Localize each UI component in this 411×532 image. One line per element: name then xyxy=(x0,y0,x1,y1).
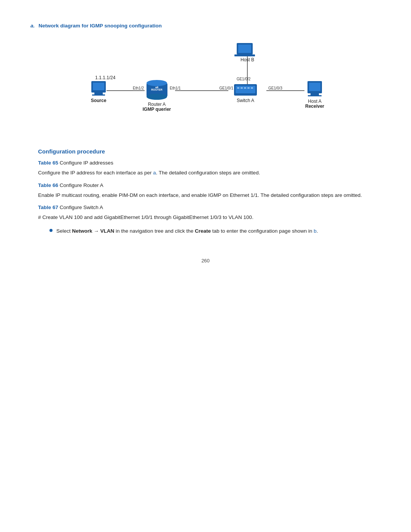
table65-body2-text: . The detailed configuration steps are o… xyxy=(156,170,260,176)
table66-line: Table 66 Configure Router A xyxy=(38,182,381,188)
bullet-create: Create xyxy=(195,228,211,234)
config-title: Configuration procedure xyxy=(38,148,381,155)
svg-text:⇄: ⇄ xyxy=(155,85,158,89)
igmp-querier-label: IGMP querier xyxy=(143,107,171,112)
table67-text: Configure Switch A xyxy=(60,204,103,210)
svg-rect-15 xyxy=(237,87,239,89)
section-a-heading: a.Network diagram for IGMP snooping conf… xyxy=(30,23,381,29)
link-b-ref[interactable]: b xyxy=(314,228,317,234)
svg-rect-19 xyxy=(251,87,253,89)
page-number: 260 xyxy=(30,258,381,264)
table66-body: Enable IP multicast routing, enable PIM-… xyxy=(38,191,381,200)
ge101-label: GE1/0/1 xyxy=(219,86,233,90)
ip-label: 1.1.1.1/24 xyxy=(95,75,116,80)
create-vlan-text: # Create VLAN 100 and add GigabitEtherne… xyxy=(38,213,381,222)
source-label: Source xyxy=(91,98,107,103)
eth12-label: Eth1/2 xyxy=(133,86,144,90)
svg-rect-7 xyxy=(92,94,105,96)
router-a-label: Router A xyxy=(148,102,166,107)
bullet-end: . xyxy=(317,228,318,234)
table66-ref: Table 66 xyxy=(38,182,58,188)
table65-ref: Table 65 xyxy=(38,160,58,166)
svg-rect-21 xyxy=(238,45,251,53)
svg-rect-18 xyxy=(247,87,250,89)
svg-rect-14 xyxy=(236,86,255,93)
bullet-network: Network xyxy=(72,228,92,234)
link-a-ref[interactable]: a xyxy=(153,170,156,176)
ge102-label: GE1/0/2 xyxy=(237,77,251,81)
section-letter: a. xyxy=(30,23,35,29)
svg-rect-6 xyxy=(94,93,103,94)
table65-text: Configure IP addresses xyxy=(60,160,113,166)
bullet-text-1: Select Network → VLAN in the navigation … xyxy=(56,227,318,235)
svg-rect-22 xyxy=(234,54,255,56)
svg-rect-25 xyxy=(311,93,319,95)
diagram-area: Source ROUTER ⇄ Router A IGMP querier 1.… xyxy=(61,35,358,134)
svg-rect-26 xyxy=(308,95,322,96)
table66-text: Configure Router A xyxy=(60,182,104,188)
svg-rect-24 xyxy=(309,83,320,91)
bullet-middle: in the navigation tree and click the xyxy=(114,228,195,234)
table67-ref: Table 67 xyxy=(38,204,58,210)
svg-rect-16 xyxy=(241,87,243,89)
network-diagram-svg: Source ROUTER ⇄ Router A IGMP querier 1.… xyxy=(61,35,358,134)
switch-a-label: Switch A xyxy=(237,98,254,103)
bullet-arrow: → xyxy=(92,228,100,234)
eth11-label: Eth1/1 xyxy=(170,86,181,90)
receiver-label: Receiver xyxy=(305,104,324,109)
table67-line: Table 67 Configure Switch A xyxy=(38,204,381,210)
svg-rect-17 xyxy=(244,87,246,89)
section-title: Network diagram for IGMP snooping config… xyxy=(38,23,162,29)
bullet-suffix: tab to enter the configuration page show… xyxy=(211,228,314,234)
bullet-dot-1 xyxy=(49,229,53,232)
table65-body: Configure the IP address for each interf… xyxy=(38,169,381,177)
host-b-label: Host B xyxy=(241,57,254,62)
table65-line: Table 65 Configure IP addresses xyxy=(38,160,381,166)
bullet-prefix: Select xyxy=(56,228,72,234)
svg-rect-5 xyxy=(93,83,104,90)
table65-body-text: Configure the IP address for each interf… xyxy=(38,170,151,176)
svg-point-10 xyxy=(147,94,167,100)
host-a-label: Host A xyxy=(308,99,321,104)
ge103-label: GE1/0/3 xyxy=(268,86,282,90)
bullet-item-1: Select Network → VLAN in the navigation … xyxy=(38,227,381,235)
bullet-vlan: VLAN xyxy=(100,228,115,234)
diagram-container: Source ROUTER ⇄ Router A IGMP querier 1.… xyxy=(30,35,381,134)
config-section: Configuration procedure Table 65 Configu… xyxy=(30,148,381,235)
